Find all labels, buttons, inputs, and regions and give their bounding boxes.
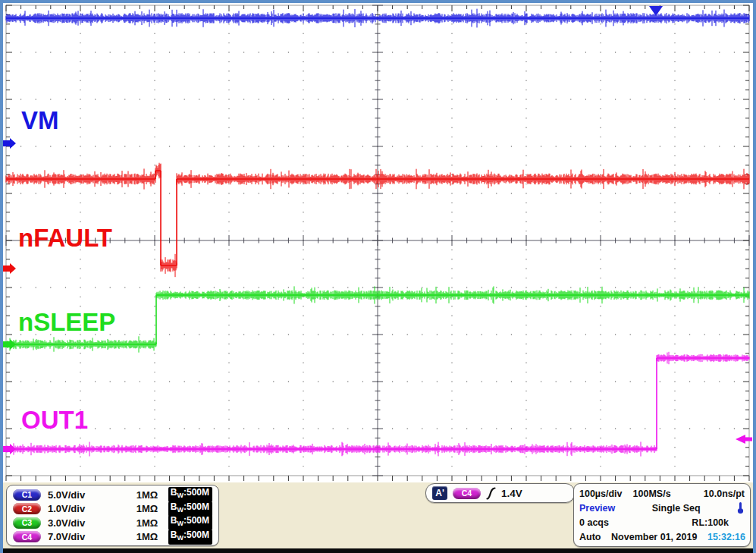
oscilloscope-screen: VMnFAULTnSLEEPOUT1 C1 5.0V/div 1MΩ BW:50… (0, 0, 756, 553)
date-label: November 01, 2019 (611, 532, 697, 542)
channel-readout-box[interactable]: C1 5.0V/div 1MΩ BW:500M C2 1.0V/div 1MΩ … (6, 485, 219, 546)
timebase-row: 100µs/div 100MS/s 10.0ns/pt (579, 486, 745, 501)
channel-scale: 3.0V/div (48, 517, 98, 529)
temperature-indicator-icon (737, 501, 744, 514)
acquisition-mode-row: Preview Single Seq (579, 501, 745, 515)
run-mode: Single Seq (652, 503, 701, 514)
trace-label-vm: VM (21, 106, 59, 134)
channel-scale: 5.0V/div (48, 489, 98, 501)
ground-marker-c2 (3, 263, 16, 274)
date-time-row: Auto November 01, 2019 15:32:16 (579, 530, 745, 545)
trace-label-out1: OUT1 (21, 406, 88, 434)
acquisition-count-row: 0 acqs RL:100k (579, 516, 745, 530)
trigger-source-badge[interactable]: C4 (453, 488, 481, 499)
channel-badge-c1[interactable]: C1 (13, 489, 41, 501)
channel-impedance: 1MΩ (136, 531, 168, 542)
rising-edge-icon (486, 487, 496, 500)
bandwidth-badge: BW:500M (168, 501, 212, 517)
bandwidth-badge: BW:500M (168, 515, 212, 530)
channel-impedance: 1MΩ (136, 489, 168, 501)
bandwidth-badge: BW:500M (168, 529, 212, 545)
trigger-readout-box[interactable]: A' C4 1.4V (425, 483, 575, 503)
trace-label-nfault: nFAULT (18, 224, 112, 252)
channel-row-c3[interactable]: C3 3.0V/div 1MΩ BW:500M (13, 516, 212, 529)
channel-impedance: 1MΩ (136, 503, 168, 514)
channel-row-c2[interactable]: C2 1.0V/div 1MΩ BW:500M (13, 502, 212, 516)
sample-resolution: 10.0ns/pt (704, 489, 745, 499)
sample-rate: 100MS/s (633, 489, 671, 499)
record-length: RL:100k (692, 517, 729, 528)
channel-scale: 1.0V/div (48, 503, 98, 514)
bandwidth-badge: BW:500M (168, 487, 212, 502)
channel-badge-c2[interactable]: C2 (13, 503, 41, 514)
readout-bar: C1 5.0V/div 1MΩ BW:500M C2 1.0V/div 1MΩ … (3, 482, 753, 548)
channel-badge-c4[interactable]: C4 (13, 531, 41, 542)
trace-label-nsleep: nSLEEP (18, 308, 115, 336)
waveform-graticule: VMnFAULTnSLEEPOUT1 (3, 3, 753, 482)
channel-row-c4[interactable]: C4 7.0V/div 1MΩ BW:500M (13, 530, 212, 544)
preview-status: Preview (579, 503, 615, 514)
channel-scale: 7.0V/div (48, 531, 98, 542)
time-label: 15:32:16 (707, 532, 745, 542)
channel-badge-c3[interactable]: C3 (13, 517, 41, 529)
ground-marker-c1 (3, 138, 16, 149)
waveform-display: VMnFAULTnSLEEPOUT1 (3, 3, 753, 482)
acq-count: 0 acqs (579, 517, 609, 528)
channel-impedance: 1MΩ (136, 517, 168, 529)
trigger-event-badge: A' (432, 486, 447, 500)
trigger-level: 1.4V (501, 488, 522, 499)
bottom-strip (3, 548, 753, 553)
horizontal-readout-box[interactable]: 100µs/div 100MS/s 10.0ns/pt Preview Sing… (573, 483, 751, 547)
trigger-level-arrow-icon (736, 435, 752, 444)
channel-row-c1[interactable]: C1 5.0V/div 1MΩ BW:500M (13, 488, 212, 501)
trigger-mode: Auto (579, 532, 601, 542)
timebase-value: 100µs/div (579, 489, 623, 499)
